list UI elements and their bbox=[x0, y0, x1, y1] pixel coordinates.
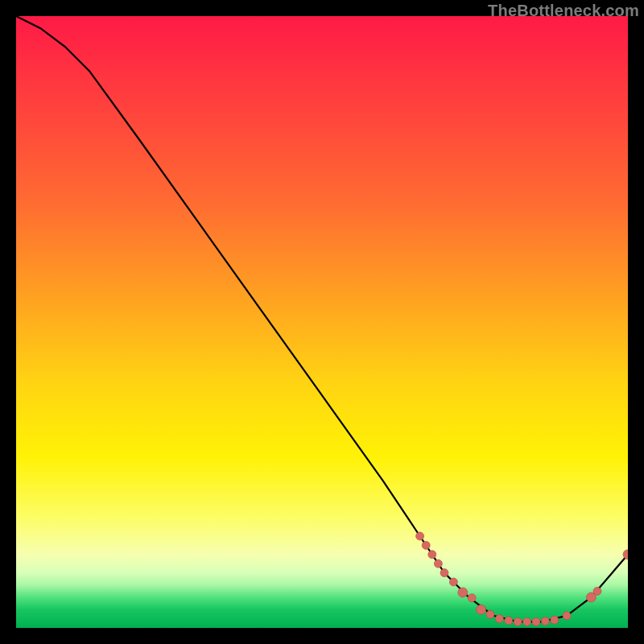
data-marker bbox=[563, 612, 571, 620]
data-marker bbox=[468, 594, 476, 602]
data-marker bbox=[416, 532, 424, 540]
data-marker bbox=[505, 617, 513, 625]
data-marker bbox=[458, 588, 468, 597]
data-marker bbox=[541, 617, 549, 625]
data-marker bbox=[623, 550, 628, 559]
marker-group bbox=[416, 532, 628, 625]
chart-frame: TheBottleneck.com bbox=[0, 0, 644, 644]
data-marker bbox=[440, 569, 448, 577]
data-marker bbox=[449, 578, 457, 586]
data-marker bbox=[551, 616, 559, 624]
data-marker bbox=[532, 617, 540, 625]
bottleneck-curve bbox=[16, 16, 628, 621]
data-marker bbox=[434, 559, 442, 568]
data-marker bbox=[486, 610, 494, 618]
data-marker bbox=[428, 551, 436, 559]
data-marker bbox=[593, 587, 601, 595]
plot-area bbox=[16, 16, 628, 628]
data-marker bbox=[514, 617, 522, 625]
data-marker bbox=[523, 617, 531, 625]
chart-svg bbox=[16, 16, 628, 628]
data-marker bbox=[422, 541, 430, 549]
watermark-text: TheBottleneck.com bbox=[488, 2, 639, 20]
data-marker bbox=[477, 605, 486, 614]
data-marker bbox=[495, 615, 503, 623]
